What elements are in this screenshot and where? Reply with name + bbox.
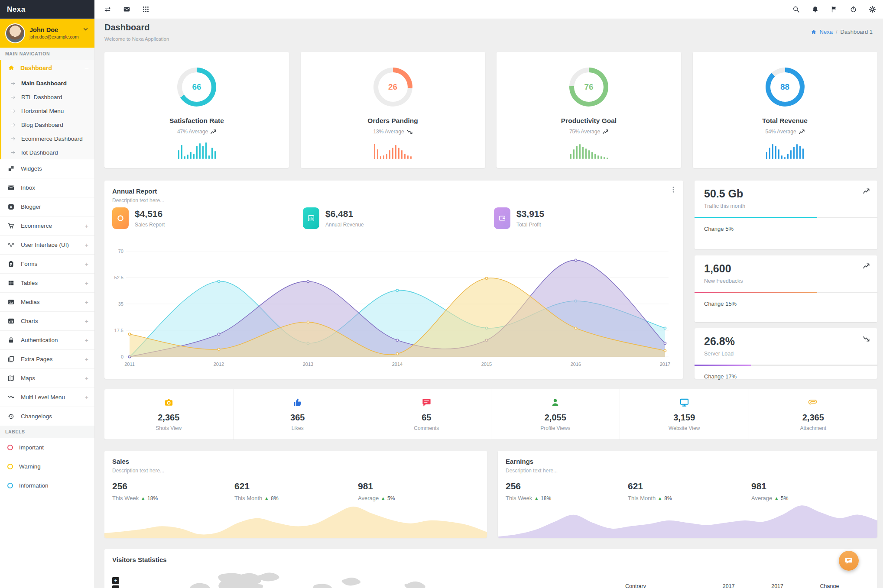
sales-stat-this-week: 256 This Week ▲ 18%: [112, 481, 158, 501]
arrow-right-icon: [10, 122, 16, 128]
sales-stat-this-month: 621 This Month ▲ 8%: [234, 481, 279, 501]
sidebar: John Doe john.doe@example.com MAIN NAVIG…: [0, 19, 94, 588]
svg-text:2011: 2011: [124, 362, 135, 367]
svg-text:0: 0: [121, 354, 123, 359]
brand-logo[interactable]: Nexa: [0, 0, 94, 19]
trend-up-icon: [211, 129, 216, 134]
collapse-minus-icon[interactable]: –: [85, 65, 88, 72]
quick-stat-likes[interactable]: 365 Likes: [234, 389, 363, 439]
quick-stat-attachment[interactable]: 2,365 Attachment: [749, 389, 878, 439]
table-header: 2017: [723, 583, 771, 588]
sidebar-subitem-iot-dashboard[interactable]: Iot Dashboard: [1, 145, 94, 159]
chevron-down-icon[interactable]: [83, 26, 88, 32]
messages-icon[interactable]: [123, 6, 130, 13]
history-icon: [7, 413, 15, 420]
card-title: Annual Report: [112, 187, 157, 195]
sidebar-item-medias[interactable]: Medias +: [0, 292, 94, 311]
sidebar-label-important[interactable]: Important: [0, 438, 94, 457]
sidebar-item-user-interface-ui[interactable]: User Interface (UI) +: [0, 235, 94, 254]
cart-icon: [7, 222, 15, 229]
expand-plus-icon: +: [85, 318, 88, 325]
earnings-stat-average: 981 Average ▲ 5%: [751, 481, 788, 501]
spark-bar-chart: [497, 142, 681, 159]
ui-icon: [7, 241, 15, 249]
progress-track: [695, 292, 877, 293]
sidebar-label-information[interactable]: Information: [0, 476, 94, 495]
sidebar-item-changelogs[interactable]: Changelogs: [0, 407, 94, 426]
kebab-menu-icon[interactable]: [669, 186, 677, 194]
quick-stat-comments[interactable]: 65 Comments: [362, 389, 491, 439]
visitors-table: Contrary 2017 2017 Change: [623, 577, 877, 588]
sales-area-chart: [104, 503, 487, 538]
donut-chart: 26: [373, 68, 412, 107]
search-icon[interactable]: [792, 6, 800, 13]
sidebar-item-authentication[interactable]: Authentication +: [0, 330, 94, 349]
world-map[interactable]: [130, 566, 585, 588]
sidebar-item-tables[interactable]: Tables +: [0, 273, 94, 292]
kpi-title: Satisfaction Rate: [104, 117, 289, 125]
page-title: Dashboard: [104, 23, 149, 32]
kpi-card-productivity-goal: 76 Productivity Goal 75% Average: [497, 52, 681, 168]
sidebar-group-dashboard: Dashboard – Main Dashboard RTL Dashboard…: [0, 60, 94, 159]
expand-plus-icon: +: [85, 280, 88, 287]
nexa-dashboard-app: Nexa John Doe john.doe@example.com MAIN …: [0, 0, 883, 588]
sidebar-toggle-icon[interactable]: [104, 6, 111, 13]
multilevel-icon: [7, 394, 15, 401]
sidebar-item-dashboard[interactable]: Dashboard –: [1, 60, 94, 76]
annual-report-area-chart: 017.53552.570201120122013201420152016201…: [107, 246, 677, 372]
quick-stat-profile-views[interactable]: 2,055 Profile Views: [491, 389, 620, 439]
sidebar-item-ecommerce[interactable]: Ecommerce +: [0, 216, 94, 235]
breadcrumb-link[interactable]: Nexa: [820, 29, 833, 35]
card-subtitle: Description text here...: [112, 468, 164, 474]
kpi-average: 75% Average: [497, 129, 681, 135]
monitor-icon: [679, 397, 689, 407]
sidebar-subitem-main-dashboard[interactable]: Main Dashboard: [1, 76, 94, 90]
progress-fill: [695, 365, 751, 366]
sidebar-subitem-blog-dashboard[interactable]: Blog Dashboard: [1, 118, 94, 132]
quick-stat-shots-view[interactable]: 2,365 Shots View: [104, 389, 234, 439]
progress-track: [695, 217, 877, 218]
map-zoom-out-button[interactable]: −: [112, 585, 119, 588]
power-icon[interactable]: [850, 6, 857, 13]
sidebar-item-forms[interactable]: Forms +: [0, 254, 94, 273]
kpi-average: 13% Average: [301, 129, 485, 135]
earnings-stat-this-month: 621 This Month ▲ 8%: [628, 481, 672, 501]
chat-fab-button[interactable]: [839, 551, 859, 571]
sidebar-item-charts[interactable]: Charts +: [0, 311, 94, 330]
sidebar-item-multi-level-menu[interactable]: Multi Level Menu +: [0, 388, 94, 407]
progress-fill: [695, 217, 817, 218]
flag-icon[interactable]: [831, 6, 838, 13]
table-header: 2017: [771, 583, 820, 588]
sidebar-subitem-ecommerce-dashboard[interactable]: Ecommerce Dashboard: [1, 132, 94, 145]
map-zoom-in-button[interactable]: +: [112, 577, 119, 584]
sidebar-label-warning[interactable]: Warning: [0, 457, 94, 476]
thumb-icon: [292, 397, 302, 407]
expand-plus-icon: +: [85, 261, 88, 268]
trend-down-icon: [407, 129, 412, 134]
table-header: Contrary: [625, 583, 723, 588]
sidebar-item-extra-pages[interactable]: Extra Pages +: [0, 349, 94, 368]
kpi-title: Total Revenue: [693, 117, 877, 125]
notifications-bell-icon[interactable]: [812, 6, 819, 13]
delta-up-icon: ▲: [264, 496, 269, 501]
sidebar-subitem-rtl-dashboard[interactable]: RTL Dashboard: [1, 90, 94, 104]
sidebar-item-inbox[interactable]: Inbox: [0, 178, 94, 197]
charts-icon: [7, 317, 15, 325]
breadcrumb-home-icon[interactable]: [811, 29, 817, 35]
sidebar-item-maps[interactable]: Maps +: [0, 368, 94, 388]
label-ring-icon: [7, 464, 13, 469]
apps-grid-icon[interactable]: [142, 6, 149, 13]
inbox-icon: [7, 184, 15, 191]
quick-stat-website-view[interactable]: 3,159 Website View: [620, 389, 749, 439]
label-ring-icon: [7, 445, 13, 450]
main-content: Dashboard Welcome to Nexa Application Ne…: [94, 19, 883, 588]
sidebar-item-widgets[interactable]: Widgets: [0, 159, 94, 178]
label-ring-icon: [7, 483, 13, 488]
sidebar-nav-items: Widgets Inbox Blogger Ecommerce + User I…: [0, 159, 94, 426]
sidebar-item-blogger[interactable]: Blogger: [0, 197, 94, 216]
user-profile-card[interactable]: John Doe john.doe@example.com: [0, 19, 94, 48]
topbar: Nexa: [0, 0, 883, 19]
gear-icon[interactable]: [869, 6, 876, 13]
sidebar-subitem-horizontal-menu[interactable]: Horizontal Menu: [1, 104, 94, 118]
home-icon: [8, 65, 15, 71]
